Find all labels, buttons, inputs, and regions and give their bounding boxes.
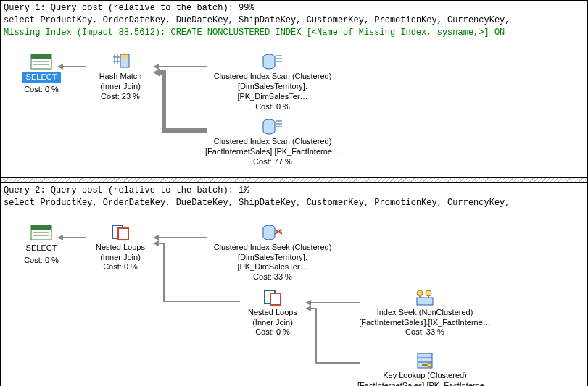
arrow-seektop-to-loops1 — [153, 234, 207, 241]
arrow-seeknc-to-loops2 — [305, 299, 360, 306]
svg-rect-1 — [31, 54, 51, 59]
query1-header: Query 1: Query cost (relative to the bat… — [1, 1, 587, 40]
clustered-scan-sales-node[interactable]: Clustered Index Scan (Clustered) [FactIn… — [204, 118, 341, 167]
scan-sales-sub: [FactInternetSales].[PK_FactInterne… — [204, 147, 341, 157]
nested-loops-icon — [109, 224, 132, 241]
select-icon — [30, 224, 53, 241]
seek-territory-cost: Cost: 33 % — [204, 272, 341, 282]
seek-nc-sub: [FactInternetSales].[IX_FactInterne… — [356, 318, 494, 328]
query2-plan: SELECT Cost: 0 % Nested Loops (Inner Joi… — [1, 211, 587, 386]
select-label: SELECT — [22, 243, 62, 254]
nested-loops-1-node[interactable]: Nested Loops (Inner Join) Cost: 0 % — [84, 224, 157, 272]
query1-plan: SELECT Cost: 0 % Hash Match (Inner Join)… — [1, 40, 587, 177]
query2-header: Query 2: Query cost (relative to the bat… — [1, 183, 587, 211]
seek-territory-sub: [DimSalesTerritory].[PK_DimSalesTer… — [204, 253, 341, 273]
index-seek-nonclustered-node[interactable]: Index Seek (NonClustered) [FactInternetS… — [356, 289, 494, 337]
nested-loops-2-sub: (Inner Join) — [236, 318, 309, 328]
key-lookup-icon — [413, 352, 436, 369]
hash-match-sub: (Inner Join) — [84, 82, 157, 92]
svg-point-22 — [417, 290, 423, 296]
scan-territory-sub: [DimSalesTerritory].[PK_DimSalesTer… — [204, 82, 341, 102]
key-lookup-sub: [FactInternetSales].[PK_FactInterne… — [356, 381, 494, 386]
nested-loops-icon — [261, 289, 284, 306]
hash-match-node[interactable]: Hash Match (Inner Join) Cost: 23 % — [84, 53, 157, 101]
hash-match-icon — [109, 53, 132, 70]
select-node[interactable]: SELECT Cost: 0 % — [5, 53, 78, 95]
index-seek-nonclustered-icon — [413, 289, 436, 306]
clustered-index-scan-icon — [261, 53, 284, 70]
select-cost: Cost: 0 % — [5, 85, 78, 95]
nested-loops-1-cost: Cost: 0 % — [84, 262, 157, 272]
clustered-index-seek-icon — [261, 224, 284, 241]
hash-match-title: Hash Match — [84, 72, 157, 82]
svg-point-30 — [427, 363, 431, 367]
seek-nc-cost: Cost: 33 % — [356, 327, 494, 337]
query1-cost-line: Query 1: Query cost (relative to the bat… — [4, 2, 584, 14]
svg-rect-14 — [31, 225, 51, 230]
clustered-seek-territory-node[interactable]: Clustered Index Seek (Clustered) [DimSal… — [204, 224, 341, 282]
query2-cost-line: Query 2: Query cost (relative to the bat… — [4, 185, 584, 197]
clustered-index-scan-icon — [261, 118, 284, 135]
seek-territory-title: Clustered Index Seek (Clustered) — [204, 243, 341, 253]
arrow-keylookup-to-loops2 — [305, 301, 360, 366]
query1-sql-line: select ProductKey, OrderDateKey, DueDate… — [4, 14, 584, 27]
nested-loops-1-title: Nested Loops — [84, 243, 157, 253]
clustered-scan-territory-node[interactable]: Clustered Index Scan (Clustered) [DimSal… — [204, 53, 341, 112]
query1-panel: Query 1: Query cost (relative to the bat… — [0, 0, 588, 178]
arrow-scanbottom-to-hashmatch — [153, 65, 207, 134]
nested-loops-1-sub: (Inner Join) — [84, 253, 157, 263]
nested-loops-2-cost: Cost: 0 % — [236, 327, 309, 337]
hash-match-cost: Cost: 23 % — [84, 92, 157, 102]
select-node[interactable]: SELECT Cost: 0 % — [5, 224, 78, 266]
scan-territory-title: Clustered Index Scan (Clustered) — [204, 72, 341, 82]
select-cost: Cost: 0 % — [5, 256, 78, 266]
scan-sales-cost: Cost: 77 % — [204, 157, 341, 167]
svg-point-23 — [426, 290, 431, 296]
query2-sql-line: select ProductKey, OrderDateKey, DueDate… — [4, 197, 584, 209]
query2-panel: Query 2: Query cost (relative to the bat… — [0, 182, 588, 386]
nested-loops-2-node[interactable]: Nested Loops (Inner Join) Cost: 0 % — [236, 289, 309, 337]
select-icon — [30, 53, 53, 70]
key-lookup-title: Key Lookup (Clustered) — [356, 371, 494, 381]
missing-index-hint[interactable]: Missing Index (Impact 88.5612): CREATE N… — [4, 27, 584, 39]
svg-rect-5 — [121, 55, 128, 59]
scan-territory-cost: Cost: 0 % — [204, 102, 341, 112]
seek-nc-title: Index Seek (NonClustered) — [356, 308, 494, 318]
select-label: SELECT — [22, 72, 62, 83]
arrow-scantop-to-hashmatch — [153, 63, 207, 70]
svg-rect-21 — [270, 293, 281, 305]
svg-rect-24 — [417, 298, 433, 305]
svg-rect-18 — [118, 228, 128, 240]
nested-loops-2-title: Nested Loops — [236, 308, 309, 318]
key-lookup-node[interactable]: Key Lookup (Clustered) [FactInternetSale… — [356, 352, 494, 386]
scan-sales-title: Clustered Index Scan (Clustered) — [204, 137, 341, 147]
